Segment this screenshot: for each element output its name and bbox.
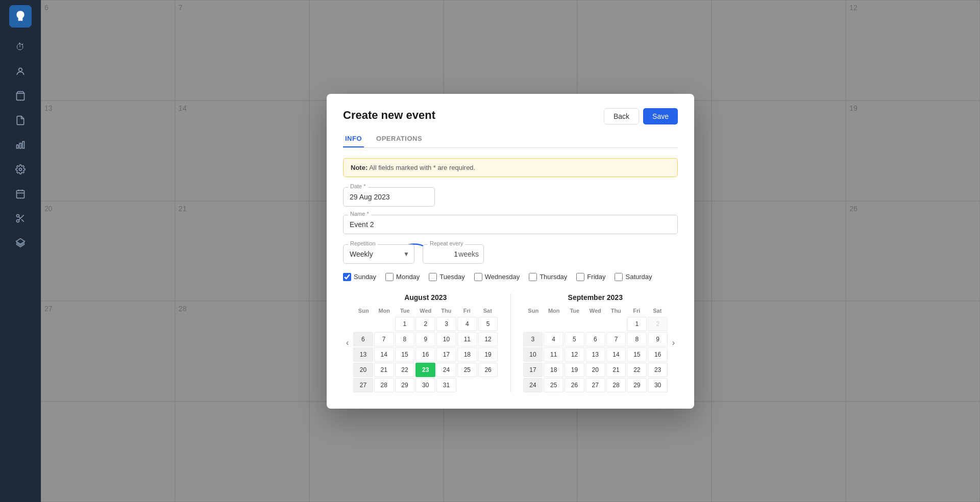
calendar-day[interactable]: 18 <box>457 347 477 362</box>
calendar-day[interactable]: 17 <box>436 347 456 362</box>
calendar-day <box>606 317 626 331</box>
calendar-day[interactable]: 27 <box>585 378 605 392</box>
repetition-select[interactable]: Weekly None Daily Monthly <box>343 244 414 264</box>
svg-point-10 <box>17 215 19 217</box>
calendar-day[interactable]: 26 <box>565 378 584 392</box>
calendar-day[interactable]: 28 <box>606 378 626 392</box>
calendar-day[interactable]: 27 <box>353 378 373 392</box>
august-day-names: Sun Mon Tue Wed Thu Fri Sat <box>353 307 498 315</box>
calendar-day[interactable]: 14 <box>374 347 394 362</box>
calendar-day[interactable]: 15 <box>627 347 647 362</box>
calendar-day[interactable]: 15 <box>395 347 415 362</box>
sidebar-item-settings[interactable] <box>10 159 31 180</box>
calendar-next-button[interactable]: › <box>669 336 678 349</box>
day-tuesday[interactable]: Tuesday <box>429 273 464 281</box>
calendar-day[interactable]: 19 <box>565 363 584 377</box>
day-monday[interactable]: Monday <box>385 273 420 281</box>
tab-info[interactable]: INFO <box>343 131 364 147</box>
sidebar-item-user[interactable] <box>10 61 31 82</box>
day-sunday[interactable]: Sunday <box>343 273 376 281</box>
calendar-day[interactable]: 16 <box>648 347 668 362</box>
calendar-day[interactable]: 7 <box>374 332 394 346</box>
day-wednesday[interactable]: Wednesday <box>474 273 520 281</box>
calendar-day[interactable]: 12 <box>565 347 584 362</box>
repeat-every-wrapper: Repeat every weeks <box>423 244 484 264</box>
calendar-day[interactable]: 29 <box>395 378 415 392</box>
calendar-day[interactable]: 20 <box>353 363 373 377</box>
calendar-day[interactable]: 20 <box>585 363 605 377</box>
calendar-day[interactable]: 1 <box>395 317 415 331</box>
calendar-day[interactable]: 12 <box>478 332 498 346</box>
calendar-day[interactable]: 13 <box>585 347 605 362</box>
calendar-day[interactable]: 2 <box>415 317 435 331</box>
calendar-day[interactable]: 9 <box>648 332 668 346</box>
calendar-day[interactable]: 8 <box>395 332 415 346</box>
sidebar-item-document[interactable] <box>10 110 31 131</box>
date-field-group: Date * <box>343 187 678 207</box>
calendar-day <box>565 317 584 331</box>
sidebar-item-bag[interactable] <box>10 86 31 106</box>
calendar-day[interactable]: 24 <box>436 363 456 377</box>
calendar-day[interactable]: 7 <box>606 332 626 346</box>
date-input[interactable] <box>343 187 435 207</box>
calendar-day[interactable]: 11 <box>457 332 477 346</box>
calendar-day[interactable]: 21 <box>374 363 394 377</box>
calendar-day[interactable]: 17 <box>523 363 543 377</box>
calendar-day[interactable]: 22 <box>627 363 647 377</box>
calendar-day[interactable]: 4 <box>457 317 477 331</box>
day-thursday[interactable]: Thursday <box>529 273 567 281</box>
sidebar-item-chart[interactable] <box>10 135 31 155</box>
app-logo[interactable] <box>9 5 32 28</box>
svg-point-11 <box>17 220 19 222</box>
back-button[interactable]: Back <box>604 108 639 124</box>
calendar-day[interactable]: 19 <box>478 347 498 362</box>
calendar-day[interactable]: 24 <box>523 378 543 392</box>
calendar-day[interactable]: 6 <box>585 332 605 346</box>
calendar-day[interactable]: 25 <box>457 363 477 377</box>
svg-line-14 <box>19 217 20 218</box>
calendar-day[interactable]: 8 <box>627 332 647 346</box>
calendar-day[interactable]: 5 <box>478 317 498 331</box>
calendar-day[interactable]: 1 <box>627 317 647 331</box>
calendar-day[interactable]: 23 <box>415 363 435 377</box>
tab-operations[interactable]: OPERATIONS <box>374 131 424 147</box>
calendar-day[interactable]: 28 <box>374 378 394 392</box>
calendar-day[interactable]: 14 <box>606 347 626 362</box>
calendar-day[interactable]: 23 <box>648 363 668 377</box>
calendar-day <box>544 317 564 331</box>
calendar-day[interactable]: 11 <box>544 347 564 362</box>
calendar-day[interactable]: 13 <box>353 347 373 362</box>
calendar-day[interactable]: 18 <box>544 363 564 377</box>
save-button[interactable]: Save <box>643 108 678 124</box>
repetition-row: Repetition Weekly None Daily Monthly ▼ R… <box>343 244 678 264</box>
calendar-day[interactable]: 21 <box>606 363 626 377</box>
calendar-day[interactable]: 25 <box>544 378 564 392</box>
calendar-day[interactable]: 29 <box>627 378 647 392</box>
sidebar-item-scissors[interactable] <box>10 208 31 229</box>
calendar-day[interactable]: 30 <box>415 378 435 392</box>
day-saturday[interactable]: Saturday <box>615 273 652 281</box>
calendar-day[interactable]: 5 <box>565 332 584 346</box>
calendar-day[interactable]: 16 <box>415 347 435 362</box>
calendar-day[interactable]: 3 <box>523 332 543 346</box>
sidebar-item-stack[interactable] <box>10 233 31 253</box>
day-friday[interactable]: Friday <box>576 273 605 281</box>
repeat-every-input[interactable] <box>423 244 484 264</box>
sidebar-item-history[interactable]: ⏱ <box>10 37 31 57</box>
calendar-day <box>457 378 477 392</box>
calendar-day[interactable]: 4 <box>544 332 564 346</box>
calendar-day[interactable]: 10 <box>436 332 456 346</box>
calendar-day[interactable]: 3 <box>436 317 456 331</box>
calendar-day[interactable]: 22 <box>395 363 415 377</box>
repetition-select-wrapper: Repetition Weekly None Daily Monthly ▼ <box>343 244 414 264</box>
calendar-day[interactable]: 10 <box>523 347 543 362</box>
calendar-day[interactable]: 30 <box>648 378 668 392</box>
name-input[interactable] <box>343 215 678 234</box>
calendar-day[interactable]: 2 <box>648 317 668 331</box>
sidebar-item-calendar[interactable] <box>10 184 31 204</box>
calendar-day[interactable]: 9 <box>415 332 435 346</box>
calendar-prev-button[interactable]: ‹ <box>343 336 352 349</box>
calendar-day[interactable]: 26 <box>478 363 498 377</box>
calendar-day[interactable]: 31 <box>436 378 456 392</box>
calendar-day[interactable]: 6 <box>353 332 373 346</box>
